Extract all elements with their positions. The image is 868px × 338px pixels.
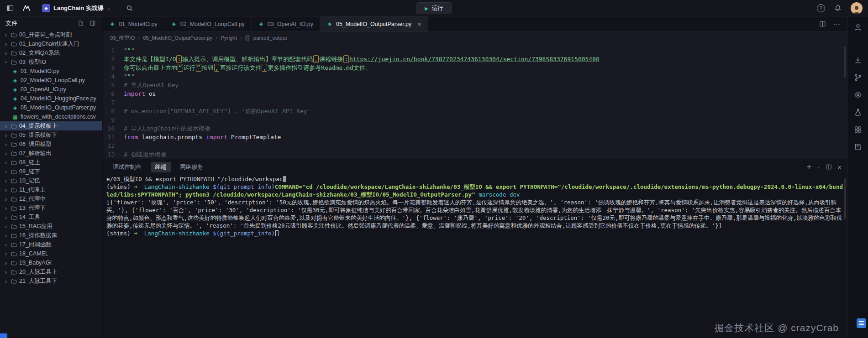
workspace-switcher[interactable]: ◆ LangChain 实战课 ⌄ (42, 4, 110, 12)
split-terminal-icon[interactable] (826, 164, 832, 170)
editor-tab[interactable]: ◈02_ModelIO_LoopCall.py (164, 16, 252, 31)
remote-indicator-badge[interactable] (0, 333, 7, 338)
tree-item[interactable]: ›11_代理上 (0, 185, 102, 194)
python-file-icon: ◈ (171, 21, 177, 27)
tree-item[interactable]: ◈03_OpenAI_IO.py (0, 85, 102, 94)
tree-item-label: 05_ModelIO_OutputParser.py (21, 104, 96, 111)
tree-item[interactable]: ◈04_ModelIO_HuggingFace.py (0, 94, 102, 103)
panel-tab[interactable]: 调试控制台 (108, 162, 146, 172)
terminal-output[interactable]: e/03_模型IO && export PYTHONPATH="/cloudid… (103, 175, 847, 338)
tree-item[interactable]: ›21_人脉工具下 (0, 276, 102, 286)
more-actions-icon[interactable]: ⋯ (833, 20, 841, 28)
code-token: 本文件是【模型I/O (124, 56, 176, 62)
folder-icon (11, 123, 17, 129)
tree-item[interactable]: ›08_链上 (0, 158, 102, 167)
editor-tab[interactable]: ◈05_ModelIO_OutputParser.py× (320, 16, 428, 31)
editor-tab[interactable]: ◈01_ModelIO.py (103, 16, 164, 31)
terminal-line: e/03_模型IO && export PYTHONPATH="/cloudid… (106, 175, 843, 183)
code-line: 4""" (103, 72, 847, 81)
tree-item[interactable]: ›02_文档QA系统 (0, 48, 102, 57)
tree-item[interactable]: ›12_代理中 (0, 194, 102, 203)
avatar[interactable] (851, 2, 863, 14)
code-line: 7 (103, 98, 847, 107)
tree-item[interactable]: ›17_回调函数 (0, 240, 102, 249)
tree-item[interactable]: ◈02_ModelIO_LoopCall.py (0, 76, 102, 85)
tree-item[interactable]: ›13_代理下 (0, 203, 102, 213)
feedback-icon[interactable] (857, 318, 866, 328)
terminal-line: (shims) ➜ LangChain-shizhanke $(git_prom… (106, 229, 843, 237)
tree-item[interactable]: ▦flowers_with_descriptions.csv (0, 112, 102, 121)
breadcrumb-item[interactable]: 03_模型IO (110, 35, 135, 42)
tree-item[interactable]: ›19_BabyAGI (0, 258, 102, 267)
code-token: 直接运行该文件 (220, 64, 261, 71)
tree-item[interactable]: ›05_提示模板下 (0, 130, 102, 140)
app-logo-icon[interactable] (21, 3, 32, 14)
editor-tab[interactable]: ◈03_OpenAI_IO.py (252, 16, 320, 31)
panel-tab[interactable]: 终端 (151, 162, 171, 172)
breadcrumb-item[interactable]: 05_ModelIO_OutputParser.py (143, 35, 212, 41)
tree-item[interactable]: ›09_链下 (0, 167, 102, 176)
tree-item[interactable]: ›15_RAG应用 (0, 222, 102, 231)
tree-item[interactable]: ›00_开篇词_奇点时刻 (0, 30, 102, 39)
panel-tab[interactable]: 网络服务 (176, 162, 208, 172)
code-editor[interactable]: 1"""2本文件是【模型I/O:输入提示、调用模型、解析输出】章节的配套代码,课… (103, 44, 847, 159)
split-editor-icon[interactable] (819, 21, 826, 27)
editor-scrollbar[interactable] (844, 47, 846, 78)
tree-item[interactable]: ›14_工具 (0, 213, 102, 222)
code-token: # 创建提示模板 (124, 151, 167, 158)
tree-item-label: 07_解析输出 (19, 150, 52, 157)
terminal-text: $(git_prompt_info) (213, 183, 274, 190)
tree-item[interactable]: ›10_记忆 (0, 176, 102, 185)
tree-item[interactable]: ›07_解析输出 (0, 149, 102, 158)
python-file-icon: ◈ (12, 68, 18, 74)
chevron-icon: › (4, 50, 8, 57)
search-icon[interactable] (124, 3, 135, 14)
code-token: 你可以点击最上方的 (124, 64, 177, 71)
code-line: 5# 导入OpenAI Key (103, 81, 847, 89)
code-text: """ (124, 72, 134, 81)
line-number: 12 (103, 141, 124, 150)
terminal-dropdown-icon[interactable]: ⌄ (817, 165, 821, 169)
close-panel-icon[interactable]: × (837, 163, 842, 171)
terminal-scrollbar[interactable] (844, 178, 846, 219)
download-icon[interactable] (853, 56, 863, 65)
reveal-file-icon[interactable] (77, 20, 84, 27)
notifications-bell-icon[interactable] (832, 3, 843, 14)
tab-label: 05_ModelIO_OutputParser.py (336, 21, 411, 27)
tree-item[interactable]: ◈01_ModelIO.py (0, 67, 102, 76)
tree-item[interactable]: ›16_操作数据库 (0, 231, 102, 240)
flask-icon[interactable] (853, 108, 863, 117)
tree-item[interactable]: ›06_调用模型 (0, 140, 102, 149)
tree-item-label: 08_链上 (19, 159, 40, 166)
run-button[interactable]: ▶ 运行 (416, 2, 452, 14)
breadcrumb-separator-icon: › (216, 35, 217, 41)
tree-item[interactable]: ›04_提示模板上 (0, 121, 102, 130)
tabbar-actions: ⋯ (819, 16, 847, 31)
new-terminal-icon[interactable]: + (807, 163, 811, 171)
help-icon[interactable]: ? (817, 4, 825, 12)
chevron-icon: › (4, 141, 8, 148)
folder-icon (11, 269, 17, 275)
close-tab-icon[interactable]: × (417, 21, 421, 28)
tree-item[interactable]: ›18_CAMEL (0, 249, 102, 258)
panel-layout-icon[interactable] (89, 20, 96, 27)
code-line: 6import os (103, 89, 847, 98)
sidebar-toggle-icon[interactable] (5, 3, 16, 14)
grid-icon[interactable] (853, 125, 863, 134)
folder-icon (11, 41, 17, 47)
chevron-icon: › (4, 196, 8, 203)
tree-item[interactable]: ›01_LangChain快速入门 (0, 39, 102, 48)
breadcrumb-item[interactable]: Pyright (221, 35, 237, 41)
tree-item[interactable]: ◈05_ModelIO_OutputParser.py (0, 103, 102, 112)
docs-book-icon[interactable] (853, 142, 863, 151)
tree-item[interactable]: ›20_人脉工具上 (0, 267, 102, 276)
code-token: os (145, 90, 156, 97)
sidebar-header: 文件 (0, 16, 102, 30)
breadcrumb-item[interactable]: parsed_output (253, 35, 287, 41)
git-branch-icon[interactable] (853, 73, 863, 82)
python-file-icon: ◈ (12, 105, 18, 111)
user-icon[interactable] (853, 23, 863, 32)
panel-tabs: 调试控制台终端网络服务 (108, 162, 208, 172)
tree-item[interactable]: ›03_模型IO (0, 57, 102, 67)
eye-icon[interactable] (853, 90, 863, 99)
